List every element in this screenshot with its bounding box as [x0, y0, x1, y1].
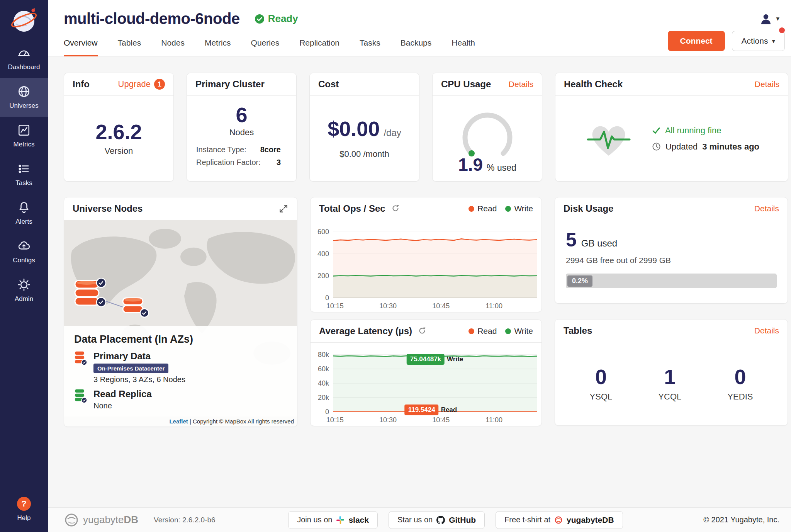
expand-icon[interactable]: [278, 204, 289, 214]
app-logo[interactable]: [0, 0, 48, 39]
legend-write[interactable]: Write: [505, 204, 533, 213]
chart-legend: Read Write: [468, 326, 533, 336]
main-area: multi-cloud-demo-6node Ready ▾ Overview …: [48, 0, 791, 532]
db-icon-green: [74, 389, 87, 404]
tab-metrics[interactable]: Metrics: [205, 30, 231, 56]
upgrade-count-badge: 1: [154, 79, 165, 90]
upgrade-label: Upgrade: [118, 79, 151, 89]
datacenter-badge: On-Premises Datacenter: [93, 364, 168, 373]
avg-latency-chart: 020k40k60k80k10:1510:3010:4511:0075.0448…: [311, 343, 541, 426]
footer-logo: yugabyteDB: [64, 512, 138, 528]
chart-annotation: 119.5424Read: [405, 405, 457, 415]
ysql-label: YSQL: [590, 392, 613, 402]
upgrade-link[interactable]: Upgrade 1: [118, 79, 165, 90]
sidebar-item-metrics[interactable]: Metrics: [0, 117, 48, 155]
tab-health[interactable]: Health: [452, 30, 475, 56]
chart-title: Total Ops / Sec: [319, 203, 385, 214]
actions-button[interactable]: Actions ▾: [732, 31, 785, 51]
version-label: Version: [105, 146, 133, 156]
sidebar-item-dashboard[interactable]: Dashboard: [0, 39, 48, 78]
slack-prefix: Join us on: [297, 515, 332, 524]
tab-tables[interactable]: Tables: [118, 30, 141, 56]
sidebar-item-universes[interactable]: Universes: [0, 78, 48, 117]
tab-nodes[interactable]: Nodes: [161, 30, 185, 56]
cpu-gauge: [452, 102, 523, 160]
replication-factor-label: Replication Factor:: [196, 158, 261, 167]
tab-overview[interactable]: Overview: [64, 30, 98, 56]
sidebar-item-alerts[interactable]: Alerts: [0, 194, 48, 233]
disk-used-value: 5: [566, 230, 577, 250]
tshirt-link[interactable]: Free t-shirt at yugabyteDB: [496, 511, 623, 529]
svg-text:10:45: 10:45: [432, 302, 450, 310]
chart-legend: Read Write: [468, 204, 533, 213]
sidebar-item-label: Configs: [13, 257, 35, 264]
notification-dot: [779, 27, 785, 33]
write-dot: [505, 206, 511, 212]
svg-text:600: 600: [317, 228, 329, 236]
card-title: CPU Usage: [441, 79, 491, 90]
legend-write-label: Write: [514, 326, 533, 336]
ysql-count: 0: [595, 366, 607, 387]
admin-gear-icon: [17, 278, 31, 292]
world-map[interactable]: Data Placement (In AZs): [64, 220, 297, 427]
footer-links: Join us on slack Star us on GitHub Free …: [288, 511, 623, 529]
slack-link[interactable]: Join us on slack: [288, 511, 378, 529]
tab-tasks[interactable]: Tasks: [360, 30, 380, 56]
avg-latency-card: Average Latency (µs) Read: [310, 320, 542, 426]
disk-percent-chip: 0.2%: [567, 275, 592, 287]
yugabyte-icon: [554, 516, 563, 524]
tab-queries[interactable]: Queries: [251, 30, 280, 56]
github-icon: [436, 516, 445, 524]
tables-details-link[interactable]: Details: [754, 326, 779, 335]
chart-annotation: 75.04487kWrite: [407, 354, 463, 365]
read-dot: [468, 206, 474, 212]
legend-read[interactable]: Read: [468, 326, 497, 336]
svg-text:80k: 80k: [318, 351, 329, 359]
refresh-icon[interactable]: [391, 204, 400, 213]
ycql-count-col: 1 YCQL: [658, 366, 681, 402]
sidebar-item-help[interactable]: ? Help: [0, 490, 48, 532]
legend-read-label: Read: [477, 326, 497, 336]
card-title: Tables: [564, 325, 592, 336]
attribution-text: | Copyright © MapBox All rights reserved: [188, 418, 294, 425]
clock-icon: [652, 142, 661, 151]
yedis-count: 0: [734, 366, 746, 387]
cpu-details-link[interactable]: Details: [509, 80, 533, 89]
tshirt-prefix: Free t-shirt at: [504, 515, 550, 524]
disk-details-link[interactable]: Details: [754, 204, 779, 213]
svg-text:10:45: 10:45: [432, 416, 450, 424]
svg-text:10:15: 10:15: [326, 302, 344, 310]
health-details-link[interactable]: Details: [755, 80, 779, 89]
footer-version: Version: 2.6.2.0-b6: [154, 516, 216, 524]
connect-button[interactable]: Connect: [668, 31, 725, 51]
cost-per-month: $0.00 /month: [339, 149, 389, 159]
github-prefix: Star us on: [397, 515, 433, 524]
tab-replication[interactable]: Replication: [299, 30, 339, 56]
sidebar-item-label: Help: [17, 514, 31, 522]
tables-card: Tables Details 0 YSQL 1 YCQL 0: [555, 319, 788, 426]
sidebar-item-admin[interactable]: Admin: [0, 271, 48, 310]
yedis-label: YEDIS: [727, 392, 753, 402]
sidebar-item-configs[interactable]: Configs: [0, 233, 48, 271]
universe-nodes-card: Universe Nodes: [64, 197, 297, 427]
svg-text:10:15: 10:15: [326, 416, 344, 424]
user-menu[interactable]: ▾: [759, 12, 779, 26]
legend-read[interactable]: Read: [468, 204, 497, 213]
sidebar-item-label: Admin: [15, 295, 33, 303]
toolbar: Connect Actions ▾: [668, 30, 785, 56]
tab-backups[interactable]: Backups: [401, 30, 432, 56]
instance-type-label: Instance Type:: [196, 145, 246, 154]
configs-cloud-icon: [17, 239, 31, 253]
yedis-count-col: 0 YEDIS: [727, 366, 753, 402]
db-icon-orange: [74, 351, 87, 366]
legend-write[interactable]: Write: [505, 326, 533, 336]
data-placement-panel: Data Placement (In AZs): [64, 326, 297, 416]
github-link[interactable]: Star us on GitHub: [389, 511, 485, 529]
ycql-label: YCQL: [658, 392, 681, 402]
sidebar-item-tasks[interactable]: Tasks: [0, 155, 48, 194]
svg-text:11:00: 11:00: [485, 416, 502, 424]
legend-read-label: Read: [477, 204, 497, 213]
yugabyte-mark-icon: [64, 512, 79, 528]
leaflet-link[interactable]: Leaflet: [169, 418, 188, 425]
refresh-icon[interactable]: [418, 326, 427, 336]
